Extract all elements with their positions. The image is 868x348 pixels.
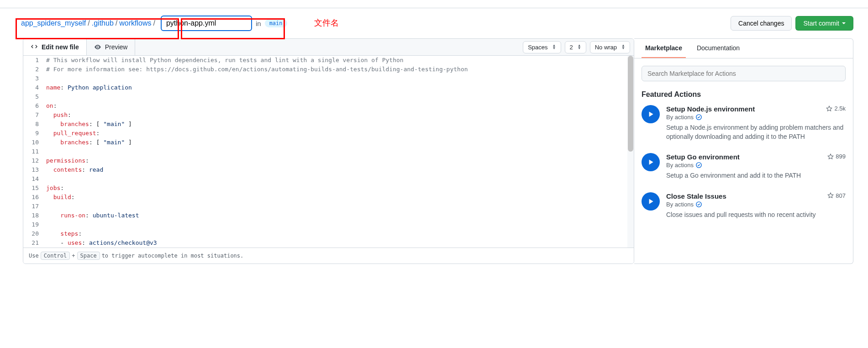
line-number[interactable]: 10	[23, 138, 46, 147]
annotation-box-2	[181, 18, 285, 39]
action-stars: 2.5k	[826, 105, 846, 112]
line-number[interactable]: 19	[23, 220, 46, 229]
star-count: 2.5k	[834, 105, 846, 112]
updown-icon: ▲▼	[552, 44, 556, 50]
tab-preview[interactable]: Preview	[87, 39, 136, 55]
star-count: 899	[836, 153, 846, 160]
verified-icon	[695, 162, 702, 169]
line-number[interactable]: 21	[23, 238, 46, 248]
code-content[interactable]	[46, 74, 634, 83]
code-content[interactable]	[46, 220, 634, 229]
star-icon	[827, 192, 834, 199]
scrollbar-thumb[interactable]	[628, 56, 633, 152]
hint-bar: Use Control + Space to trigger autocompl…	[23, 248, 634, 264]
line-number[interactable]: 17	[23, 202, 46, 211]
tab-preview-label: Preview	[105, 43, 128, 51]
action-author: By actions	[666, 114, 846, 121]
size-select[interactable]: 2 ▲▼	[565, 41, 586, 53]
line-number[interactable]: 14	[23, 174, 46, 184]
line-number[interactable]: 12	[23, 156, 46, 165]
top-border	[0, 0, 868, 8]
size-value: 2	[570, 44, 573, 51]
code-content[interactable]: jobs:	[46, 184, 634, 193]
line-number[interactable]: 4	[23, 83, 46, 92]
action-description: Close issues and pull requests with no r…	[666, 211, 846, 220]
code-content[interactable]: steps:	[46, 229, 634, 238]
featured-heading: Featured Actions	[642, 90, 846, 99]
indent-value: Spaces	[528, 44, 547, 51]
wrap-select[interactable]: No wrap ▲▼	[590, 41, 630, 53]
action-description: Setup a Go environment and add it to the…	[666, 171, 846, 180]
code-line: 7 push:	[23, 111, 634, 120]
cancel-button[interactable]: Cancel changes	[731, 16, 792, 31]
start-commit-button[interactable]: Start commit	[795, 16, 853, 31]
action-item[interactable]: Setup Go environment 899 By actions Setu…	[642, 153, 846, 180]
wrap-value: No wrap	[595, 44, 617, 51]
action-title: Setup Go environment	[666, 153, 740, 161]
play-icon	[642, 192, 660, 211]
start-commit-label: Start commit	[803, 20, 839, 27]
code-line: 12permissions:	[23, 156, 634, 165]
hint-post: to trigger autocomplete in most situatio…	[102, 253, 244, 259]
indent-select[interactable]: Spaces ▲▼	[523, 41, 561, 53]
code-content[interactable]: # This workflow will install Python depe…	[46, 56, 634, 65]
line-number[interactable]: 2	[23, 65, 46, 74]
line-number[interactable]: 1	[23, 56, 46, 65]
hint-pre: Use	[29, 253, 39, 259]
code-content[interactable]: contents: read	[46, 165, 634, 174]
code-content[interactable]: # For more information see: https://docs…	[46, 65, 634, 74]
line-number[interactable]: 3	[23, 74, 46, 83]
line-number[interactable]: 7	[23, 111, 46, 120]
action-stars: 899	[827, 153, 846, 160]
code-line: 9 pull_request:	[23, 129, 634, 138]
line-number[interactable]: 5	[23, 92, 46, 101]
code-content[interactable]: name: Python application	[46, 83, 634, 92]
line-number[interactable]: 8	[23, 120, 46, 129]
code-content[interactable]: push:	[46, 111, 634, 120]
code-content[interactable]: build:	[46, 193, 634, 202]
action-item[interactable]: Close Stale Issues 807 By actions Close …	[642, 192, 846, 220]
updown-icon: ▲▼	[621, 44, 625, 50]
tab-marketplace[interactable]: Marketplace	[642, 39, 686, 58]
code-line: 2# For more information see: https://doc…	[23, 65, 634, 74]
star-icon	[826, 105, 832, 112]
code-content[interactable]: - uses: actions/checkout@v3	[46, 238, 634, 248]
code-line: 10 branches: [ "main" ]	[23, 138, 634, 147]
code-content[interactable]: runs-on: ubuntu-latest	[46, 211, 634, 220]
line-number[interactable]: 6	[23, 101, 46, 111]
code-line: 18 runs-on: ubuntu-latest	[23, 211, 634, 220]
line-number[interactable]: 9	[23, 129, 46, 138]
line-number[interactable]: 16	[23, 193, 46, 202]
code-content[interactable]	[46, 147, 634, 156]
code-icon	[31, 43, 38, 51]
line-number[interactable]: 20	[23, 229, 46, 238]
code-editor[interactable]: 1# This workflow will install Python dep…	[23, 56, 634, 248]
editor-panel: Edit new file Preview Spaces ▲▼ 2 ▲▼ No	[23, 38, 634, 264]
code-content[interactable]: branches: [ "main" ]	[46, 138, 634, 147]
code-line: 5	[23, 92, 634, 101]
line-number[interactable]: 11	[23, 147, 46, 156]
code-content[interactable]	[46, 202, 634, 211]
code-content[interactable]: pull_request:	[46, 129, 634, 138]
eye-icon	[94, 43, 101, 51]
tab-edit-file[interactable]: Edit new file	[23, 39, 87, 55]
scrollbar-vertical[interactable]	[627, 56, 634, 248]
code-line: 4name: Python application	[23, 83, 634, 92]
code-line: 11	[23, 147, 634, 156]
line-number[interactable]: 13	[23, 165, 46, 174]
play-icon	[642, 153, 660, 171]
annotation-box-1	[16, 18, 179, 39]
action-item[interactable]: Setup Node.js environment 2.5k By action…	[642, 105, 846, 141]
tab-documentation[interactable]: Documentation	[693, 39, 743, 58]
code-content[interactable]	[46, 174, 634, 184]
search-input[interactable]	[642, 66, 846, 81]
action-stars: 807	[827, 192, 846, 199]
action-author: By actions	[666, 162, 846, 169]
code-content[interactable]: branches: [ "main" ]	[46, 120, 634, 129]
code-content[interactable]: on:	[46, 101, 634, 111]
line-number[interactable]: 18	[23, 211, 46, 220]
code-content[interactable]: permissions:	[46, 156, 634, 165]
code-content[interactable]	[46, 92, 634, 101]
kbd-control: Control	[41, 252, 70, 260]
line-number[interactable]: 15	[23, 184, 46, 193]
